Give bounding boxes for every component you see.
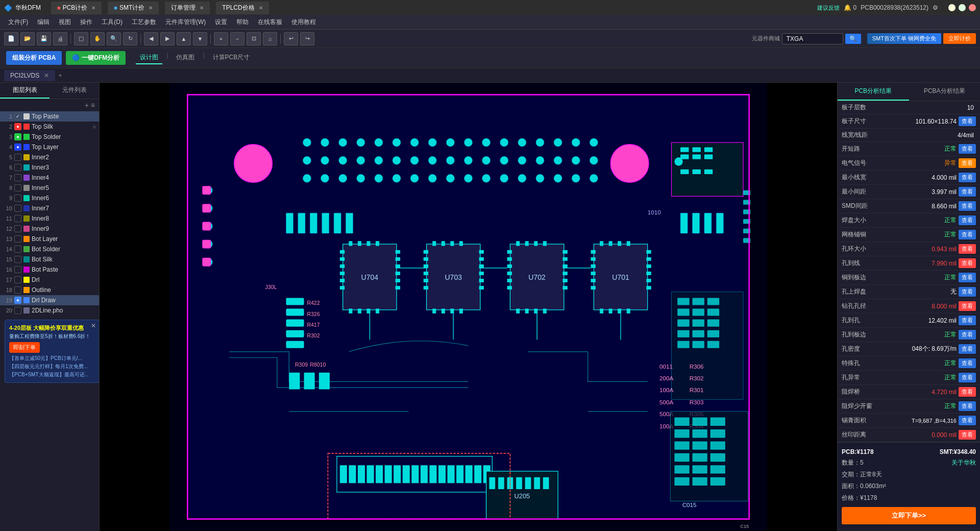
menu-view[interactable]: 视图 (55, 16, 75, 29)
dfm-analyze-button[interactable]: 🔵一键DFM分析 (66, 51, 126, 65)
view-gridcopper-button[interactable]: 查看 (959, 230, 976, 239)
menu-tools[interactable]: 工具(D) (97, 16, 127, 29)
layer-vis-top-layer[interactable]: ● (14, 143, 21, 151)
pan-left-button[interactable]: ◀ (144, 32, 158, 45)
smt-promo-button[interactable]: SMT首次下单 钢网费全免 (867, 33, 941, 44)
ad-order-button[interactable]: 即刻下单 (9, 342, 40, 353)
view-silkdist-button[interactable]: 查看 (959, 430, 976, 440)
menu-component[interactable]: 元件库管理(W) (161, 16, 210, 29)
feedback-link[interactable]: 建议反馈 (817, 4, 840, 12)
layer-item-inner4[interactable]: 7 Inner4 (0, 173, 99, 183)
layer-vis-top-silk[interactable]: ● (14, 123, 21, 130)
layer-item-inner8[interactable]: 11 Inner8 (0, 213, 99, 224)
layer-vis-inner9[interactable] (14, 225, 21, 232)
tab-component-list[interactable]: 元件列表 (50, 83, 99, 99)
layer-item-inner7[interactable]: 10 Inner7 (0, 203, 99, 213)
pan-down-button[interactable]: ▼ (193, 32, 207, 45)
pcb-canvas[interactable]: U704 U703 (100, 83, 837, 531)
layer-vis-top-solder[interactable]: ● (14, 133, 21, 140)
layer-item-inner6[interactable]: 9 Inner6 (0, 193, 99, 203)
view-size-button[interactable]: 查看 (959, 116, 976, 126)
view-annular-button[interactable]: 查看 (959, 244, 976, 254)
layer-vis-outline[interactable] (14, 286, 21, 294)
view-holetrace-button[interactable]: 查看 (959, 258, 976, 268)
layer-item-bot-layer[interactable]: 13 Bot Layer (0, 234, 99, 244)
home-button[interactable]: ⌂ (263, 32, 277, 45)
layer-item-top-layer[interactable]: 4 ● Top Layer (0, 142, 99, 152)
search-button[interactable]: 🔍 (845, 34, 861, 44)
tab-pcb-price[interactable]: ■ PCB计价 ✕ (51, 2, 102, 14)
redo-button[interactable]: ↪ (300, 32, 314, 45)
view-holeedge-button[interactable]: 查看 (959, 330, 976, 340)
zoom-out-button[interactable]: − (230, 32, 244, 45)
layer-vis-inner7[interactable] (14, 205, 21, 212)
pan-up-button[interactable]: ▲ (177, 32, 191, 45)
layer-item-inner2[interactable]: 5 Inner2 (0, 152, 99, 162)
view-padsize-button[interactable]: 查看 (959, 215, 976, 225)
calc-price-button[interactable]: 立即计价 (943, 33, 976, 44)
layer-item-drl-draw[interactable]: 19 ● Drl Draw (0, 295, 99, 305)
layer-vis-inner4[interactable] (14, 174, 21, 181)
layer-vis-inner6[interactable] (14, 195, 21, 202)
pcb-tab-pci2lvds[interactable]: PCI2LVDS ✕ (4, 70, 55, 81)
ad-link-2[interactable]: 【四层板元元打样】每月1次免费... (9, 363, 95, 370)
layer-vis-drl-draw[interactable]: ● (14, 297, 21, 304)
search-input[interactable] (782, 33, 843, 44)
zoom-in-button[interactable]: + (214, 32, 228, 45)
add-tab-button[interactable]: + (55, 70, 65, 81)
pcb-tab-close[interactable]: ✕ (44, 72, 49, 79)
layer-vis-bot-silk[interactable] (14, 256, 21, 263)
zoom-button[interactable]: 🔍 (107, 32, 121, 45)
tab-close-order[interactable]: ✕ (200, 5, 204, 11)
pan-right-button[interactable]: ▶ (160, 32, 175, 45)
view-holehole-button[interactable]: 查看 (959, 316, 976, 325)
ad-link-1[interactable]: 【首单立减50元】PCB订单元/... (9, 355, 95, 362)
view-solderbridge-button[interactable]: 查看 (959, 387, 976, 397)
close-button[interactable] (969, 4, 976, 11)
notification-icon[interactable]: 🔔 0 (844, 4, 856, 11)
layer-vis-inner3[interactable] (14, 164, 21, 171)
undo-button[interactable]: ↩ (284, 32, 298, 45)
menu-support[interactable]: 在线客服 (254, 16, 286, 29)
view-holedensity-button[interactable]: 查看 (959, 344, 976, 354)
layer-vis-inner5[interactable] (14, 184, 21, 191)
layer-item-inner5[interactable]: 8 Inner5 (0, 183, 99, 193)
ad-close-button[interactable]: ✕ (91, 322, 96, 329)
tab-tplcd[interactable]: TPLCD价格 ✕ (216, 2, 268, 14)
view-holeonpad-button[interactable]: 查看 (959, 287, 976, 297)
view-signal-button[interactable]: 查看 (959, 158, 976, 168)
layer-vis-bot-solder[interactable] (14, 246, 21, 253)
layer-vis-bot-paste[interactable] (14, 266, 21, 273)
layer-item-top-paste[interactable]: 1 ✓ Top Paste (0, 111, 99, 122)
rotate-button[interactable]: ↻ (123, 32, 137, 45)
view-mingap-button[interactable]: 查看 (959, 187, 976, 197)
tab-pcb-analysis[interactable]: PCB分析结果 (838, 83, 909, 101)
layer-item-inner9[interactable]: 12 Inner9 (0, 224, 99, 234)
fit-view-button[interactable]: ⊡ (247, 32, 261, 45)
view-pastearea-button[interactable]: 查看 (959, 416, 976, 425)
layer-vis-drl[interactable] (14, 276, 21, 283)
tab-layer-list[interactable]: 图层列表 (0, 83, 50, 99)
select-button[interactable]: ▢ (74, 32, 88, 45)
maximize-button[interactable] (959, 4, 966, 11)
order-button[interactable]: 立即下单>> (842, 507, 976, 524)
layer-item-bot-silk[interactable]: 15 Bot Silk (0, 254, 99, 264)
tab-close-pcb[interactable]: ✕ (91, 5, 95, 11)
layer-item-bot-solder[interactable]: 14 Bot Solder (0, 244, 99, 254)
tab-order-mgmt[interactable]: 订单管理 ✕ (165, 2, 210, 14)
settings-icon[interactable]: ⚙ (933, 4, 938, 11)
ad-link-3[interactable]: 【PCB+SMT大额返现】最高可还... (9, 371, 95, 378)
add-layer-button[interactable]: + (85, 101, 89, 109)
layer-vis-bot-layer[interactable] (14, 235, 21, 243)
menu-help[interactable]: 帮助 (232, 16, 253, 29)
view-holeanomaly-button[interactable]: 查看 (959, 373, 976, 382)
tab-sim-view[interactable]: 仿真图 (172, 52, 199, 64)
tab-pcba-analysis[interactable]: PCBA分析结果 (909, 83, 981, 101)
minimize-button[interactable] (948, 4, 955, 11)
view-maskopening-button[interactable]: 查看 (959, 401, 976, 411)
view-short-button[interactable]: 查看 (959, 144, 976, 154)
tab-pcb-size[interactable]: 计算PCB尺寸 (209, 52, 254, 64)
layer-item-inner3[interactable]: 6 Inner3 (0, 162, 99, 173)
open-file-button[interactable]: 📂 (20, 32, 35, 45)
view-copperedge-button[interactable]: 查看 (959, 273, 976, 282)
